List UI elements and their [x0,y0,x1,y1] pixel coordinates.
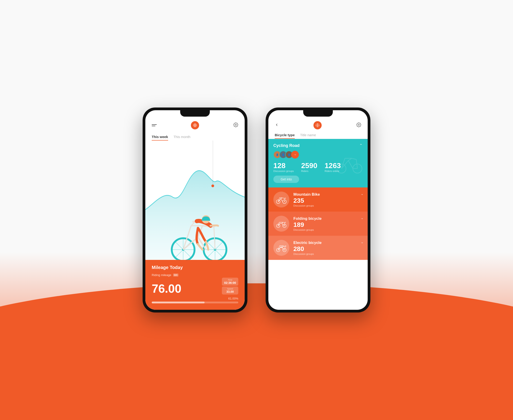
mileage-label-row: Riding mileage km [152,273,238,277]
wave-indicator-dot [211,185,214,187]
back-icon[interactable] [275,123,279,128]
settings-icon[interactable] [233,122,238,128]
mountain-bike-chevron[interactable]: ⌄ [361,192,363,196]
electric-bike-name: Electric bicycle [294,240,363,245]
discussion-groups-value: 128 [273,162,294,170]
tab-this-week[interactable]: This week [152,135,168,141]
cyclist-illustration [168,205,227,260]
folding-bike-icon [273,216,289,232]
phone1: This week This month [143,107,247,313]
phone1-bottom: Mileage Today Riding mileage km 76.00 Ti… [145,260,245,310]
svg-line-18 [214,227,215,250]
chevron-up-icon[interactable]: ⌃ [359,143,363,148]
settings-icon-2[interactable] [356,122,361,128]
phone1-screen: This week This month [145,110,245,310]
mileage-value: 76.00 [152,283,181,294]
stats-boxes: Time 02:36:00 Speed 33.00 [222,278,238,294]
speed-value: 33.00 [224,290,236,293]
time-label: Time [224,279,236,281]
bike-item-folding[interactable]: Folding bicycle 189 Discussion groups ⌄ [268,212,368,236]
phone1-shell: This week This month [143,107,247,313]
phone2-tabs: Bicycle type Title name [268,132,368,139]
progress-percentage: 61.00% [228,297,238,300]
mileage-label: Riding mileage [152,273,171,277]
progress-row: 61.00% [152,297,238,300]
folding-bike-chevron[interactable]: ⌄ [361,216,363,220]
menu-icon[interactable] [152,124,157,126]
phone2-content: Bicycle type Title name Cycling Road ⌃ 👤 [268,110,368,310]
mountain-bike-info: Mountain Bike 235 Discussion groups [294,192,363,207]
phone2-shell: Bicycle type Title name Cycling Road ⌃ 👤 [266,107,370,313]
folding-bike-info: Folding bicycle 189 Discussion groups [294,216,363,231]
speed-label: Speed [224,288,236,290]
speed-box: Speed 33.00 [222,286,238,294]
tab-title-name[interactable]: Title name [300,133,316,139]
get-into-button[interactable]: Get into [273,176,299,183]
electric-bike-info: Electric bicycle 280 Discussion groups [294,240,363,255]
tab-this-month[interactable]: This month [174,135,190,141]
mountain-bike-name: Mountain Bike [294,192,363,197]
svg-rect-53 [282,247,282,247]
bike-list: Mountain Bike 235 Discussion groups ⌄ [268,188,368,310]
km-badge: km [173,274,178,277]
folding-bike-label: Discussion groups [294,228,363,231]
progress-bar [152,301,238,303]
logo-icon-2 [313,121,322,129]
mountain-bike-count: 235 [294,197,363,204]
stat-discussion-groups: 128 Discussion groups [273,162,294,172]
phone2: Bicycle type Title name Cycling Road ⌃ 👤 [266,107,370,313]
electric-bike-count: 280 [294,246,363,253]
phone1-notch [180,110,210,117]
svg-rect-26 [202,219,210,221]
time-box: Time 02:36:00 [222,278,238,286]
bike-item-mountain[interactable]: Mountain Bike 235 Discussion groups ⌄ [268,188,368,212]
phone2-notch [303,110,333,117]
card-top-row: Cycling Road ⌃ [273,143,363,148]
phone1-content: This week This month [145,110,245,310]
watermark-bicycle [336,151,363,175]
tab-bicycle-type[interactable]: Bicycle type [275,133,295,139]
riders-value: 2590 [301,162,317,170]
electric-bike-chevron[interactable]: ⌄ [361,240,363,244]
electric-bike-icon [273,240,289,256]
svg-point-1 [235,124,236,126]
chart-area [145,141,245,260]
svg-rect-54 [281,247,282,247]
phone2-screen: Bicycle type Title name Cycling Road ⌃ 👤 [268,110,368,310]
stat-riders: 2590 Riders [301,162,317,172]
folding-bike-count: 189 [294,221,363,228]
progress-bar-fill [152,301,204,303]
logo-icon [191,121,199,129]
cycling-road-title: Cycling Road [273,143,300,148]
mountain-bike-icon [273,192,289,208]
cycling-road-card: Cycling Road ⌃ 👤 👤 👤 → [268,139,368,188]
svg-point-28 [358,124,360,126]
bike-item-electric[interactable]: Electric bicycle 280 Discussion groups ⌄ [268,236,368,260]
riders-label: Riders [301,170,317,172]
mountain-bike-label: Discussion groups [294,204,363,207]
folding-bike-name: Folding bicycle [294,216,363,221]
time-value: 02:36:00 [224,281,236,285]
wave-indicator-line [213,141,213,186]
electric-bike-label: Discussion groups [294,253,363,255]
mileage-title: Mileage Today [152,265,238,270]
mileage-row: 76.00 Time 02:36:00 Speed 33.00 [152,278,238,294]
phone1-tabs: This week This month [145,133,245,141]
avatar-more[interactable]: → [291,151,299,158]
discussion-groups-label: Discussion groups [273,170,294,172]
